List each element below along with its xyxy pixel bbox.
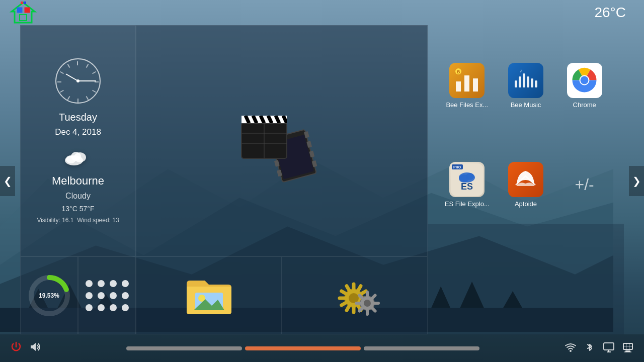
settings-icon [326, 272, 384, 319]
nav-left-arrow[interactable]: ❮ [0, 166, 15, 196]
storage-stat-tile: 19.53% [20, 256, 78, 334]
app-es-file[interactable]: PRO ES ES File Explo... [442, 162, 492, 208]
grid-container: Tuesday Dec 4, 2018 Melbourne Cloudy 13°… [0, 25, 644, 334]
bee-music-icon: ♪ [508, 63, 543, 98]
dot-10 [98, 304, 105, 311]
power-button[interactable] [10, 341, 22, 356]
files-tile[interactable] [136, 256, 282, 334]
dot-4 [122, 280, 129, 287]
dot-8 [122, 292, 129, 299]
indicator-2[interactable] [245, 346, 361, 350]
svg-rect-11 [17, 8, 22, 13]
clock-center [76, 79, 79, 82]
bee-files-icon: B [449, 63, 485, 98]
main-content: 26°C [0, 0, 644, 362]
svg-line-72 [372, 295, 375, 298]
weather-condition: Cloudy [65, 192, 91, 201]
dot-5 [86, 292, 93, 299]
right-empty-area [428, 224, 624, 334]
apps-bottom-row: PRO ES ES File Explo... [428, 146, 624, 224]
svg-line-61 [358, 286, 361, 291]
svg-rect-12 [25, 8, 30, 13]
svg-rect-97 [604, 343, 614, 350]
dot-1 [86, 280, 93, 287]
city-label: Melbourne [52, 174, 104, 188]
svg-rect-73 [456, 81, 461, 92]
files-icon [183, 272, 235, 319]
svg-line-56 [341, 303, 346, 305]
left-panel: Tuesday Dec 4, 2018 Melbourne Cloudy 13°… [20, 25, 136, 334]
media-tile[interactable] [136, 25, 428, 256]
svg-rect-13 [20, 15, 27, 21]
dots-tile[interactable] [78, 256, 136, 334]
add-remove-symbol: +/- [575, 175, 594, 194]
donut-chart: 19.53% [27, 273, 72, 318]
svg-line-58 [341, 291, 346, 294]
dot-7 [110, 292, 117, 299]
es-file-icon: PRO ES [449, 162, 485, 197]
svg-rect-81 [527, 76, 529, 87]
minute-hand [78, 80, 96, 81]
svg-text:♪: ♪ [519, 67, 522, 74]
app-add-remove[interactable]: +/- [559, 167, 610, 203]
bottom-left-row: 19.53% [20, 256, 136, 334]
date-label: Dec 4, 2018 [55, 127, 101, 137]
indicator-3[interactable] [364, 346, 479, 350]
svg-line-68 [359, 308, 362, 311]
aptoide-label: Aptoide [515, 200, 537, 208]
right-panel: B Bee Files Ex... [428, 25, 624, 334]
storage-percent: 19.53% [39, 292, 59, 299]
top-bar: 26°C [0, 0, 644, 25]
middle-panel [136, 25, 428, 334]
bluetooth-icon [584, 341, 596, 355]
app-bee-music[interactable]: ♪ Bee Music [501, 63, 551, 109]
svg-rect-14 [21, 2, 23, 4]
svg-point-64 [364, 300, 371, 307]
clock-weather-tile: Tuesday Dec 4, 2018 Melbourne Cloudy 13°… [20, 25, 136, 256]
dot-12 [122, 304, 129, 311]
add-remove-tile: +/- [567, 167, 602, 203]
dot-9 [86, 304, 93, 311]
app-chrome[interactable]: Chrome [559, 63, 610, 109]
temperature-display: 26°C [594, 5, 636, 21]
svg-point-96 [570, 350, 572, 352]
bottom-middle-row [136, 256, 428, 334]
page-indicators [41, 346, 565, 350]
settings-tile[interactable] [282, 256, 428, 334]
dot-11 [110, 304, 117, 311]
svg-line-62 [361, 291, 366, 294]
app-bee-files[interactable]: B Bee Files Ex... [442, 63, 492, 109]
nav-right-arrow[interactable]: ❯ [629, 166, 644, 196]
bottom-right-icons [565, 341, 634, 355]
svg-line-66 [372, 308, 375, 311]
chrome-label: Chrome [573, 101, 596, 109]
es-file-label: ES File Explo... [445, 200, 490, 208]
bottom-left-icons [10, 341, 41, 356]
volume-button[interactable] [29, 341, 41, 355]
svg-rect-82 [531, 78, 533, 87]
bottom-bar [0, 334, 644, 362]
svg-line-59 [347, 286, 349, 291]
svg-text:ES: ES [461, 182, 473, 192]
svg-point-93 [466, 173, 474, 180]
indicator-1[interactable] [126, 346, 242, 350]
svg-point-87 [581, 76, 589, 84]
svg-rect-15 [24, 2, 26, 4]
dot-6 [98, 292, 105, 299]
svg-text:B: B [457, 69, 460, 74]
svg-rect-75 [473, 78, 478, 92]
home-icon[interactable] [8, 0, 38, 25]
wifi-icon [565, 341, 577, 355]
svg-line-70 [359, 295, 362, 298]
chrome-icon [567, 63, 602, 98]
app-aptoide[interactable]: Aptoide [501, 162, 551, 208]
svg-rect-78 [515, 80, 517, 87]
cloud-icon [63, 146, 93, 168]
monitor-icon [603, 341, 615, 355]
bee-files-label: Bee Files Ex... [446, 101, 488, 109]
svg-rect-80 [523, 73, 525, 87]
weather-temp: 13°C 57°F [62, 205, 95, 213]
clock-face [55, 58, 101, 104]
dots-grid [80, 275, 134, 316]
display-icon [622, 341, 634, 355]
